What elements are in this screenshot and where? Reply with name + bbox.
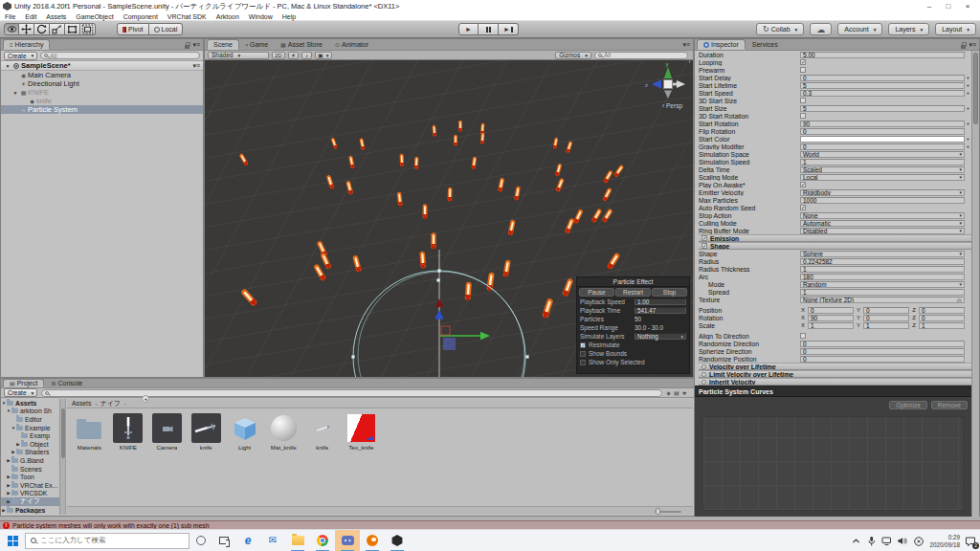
pause-button[interactable] [479, 23, 499, 35]
curve-selector-icon[interactable]: ▾ [965, 144, 971, 149]
red-cone-gizmo[interactable] [435, 298, 443, 307]
dropdown[interactable]: Rigidbody▾ [800, 189, 965, 196]
2d-toggle[interactable]: 2D [272, 52, 285, 59]
folder-object[interactable]: ▶Object [1, 440, 65, 449]
scrollbar-thumb[interactable] [61, 408, 65, 458]
tab-hierarchy[interactable]: ≡Hierarchy [3, 39, 50, 50]
remove-button[interactable]: Remove [931, 401, 968, 409]
audio-toggle[interactable]: ♪ [301, 52, 312, 59]
menu-window[interactable]: Window [244, 13, 278, 20]
module-header-velocity-over-lifetime[interactable]: Velocity over Lifetime [695, 363, 971, 370]
field-value[interactable]: 1.00 [635, 298, 686, 305]
hierarchy-item-directional-light[interactable]: ☀Directional Light [1, 79, 203, 88]
gizmos-dropdown[interactable]: Gizmos [555, 52, 591, 59]
lock-icon[interactable] [961, 45, 966, 49]
dropdown[interactable]: None▾ [800, 212, 965, 219]
dropdown[interactable]: Sphere▾ [800, 251, 965, 257]
folder-scenes[interactable]: Scenes [1, 465, 65, 474]
vector-field-z[interactable]: 0 [919, 315, 965, 321]
blender-taskbar-button[interactable] [360, 530, 385, 551]
search-by-label-icon[interactable]: ▤ [674, 389, 679, 396]
cloud-button[interactable]: ☁ [810, 23, 832, 35]
value-field[interactable]: 90 [800, 121, 965, 127]
panel-menu-icon[interactable]: ▾≡ [969, 41, 976, 49]
dropdown[interactable]: Local▾ [800, 174, 965, 181]
module-circle-icon[interactable] [702, 372, 706, 377]
value-field[interactable]: 1 [800, 289, 965, 296]
scene-viewport[interactable]: yz‹ Persp Particle Effect PauseRestartSt… [205, 60, 693, 377]
asset-mat-knife[interactable]: Mat_knife [264, 413, 303, 451]
folder-vrchat-ex[interactable]: ▶VRChat Ex... [1, 481, 65, 490]
checkbox[interactable]: ✓ [800, 205, 806, 210]
close-icon[interactable]: × [958, 0, 977, 12]
action-center-button[interactable]: 2 [965, 536, 976, 547]
value-field[interactable]: 1 [800, 266, 965, 273]
blue-cone-gizmo[interactable] [435, 310, 444, 320]
tab-console[interactable]: ≣Console [45, 379, 88, 387]
mail-taskbar-button[interactable]: ✉ [260, 530, 285, 551]
menu-edit[interactable]: Edit [20, 13, 41, 20]
search-by-type-icon[interactable]: ◈ [666, 389, 671, 396]
value-field[interactable]: 1000 [800, 197, 965, 204]
lighting-toggle[interactable]: ☀ [288, 52, 299, 59]
value-field[interactable]: 5.00 [800, 52, 965, 58]
asset-tex-knife[interactable]: Tex_knife [342, 413, 381, 451]
rotate-tool-button[interactable] [34, 23, 50, 35]
asset-knife[interactable]: knife [303, 413, 343, 451]
persp-label[interactable]: ‹ Persp [662, 102, 682, 110]
module-circle-icon[interactable] [702, 380, 706, 385]
collab-button[interactable]: ↻Collab [756, 23, 804, 35]
curve-selector-icon[interactable]: ▾ [965, 76, 971, 80]
pe-check-show-bounds[interactable]: Show Bounds [577, 349, 689, 358]
checkbox[interactable]: ✓ [800, 59, 806, 65]
taskbar-search-input[interactable]: ここに入力して検索 [25, 533, 189, 549]
minimize-icon[interactable]: – [920, 0, 939, 12]
hidden-icons-chevron-icon[interactable] [851, 536, 861, 546]
module-circle-icon[interactable] [702, 364, 706, 369]
pe-check-show-only-selected[interactable]: Show Only Selected [577, 358, 689, 366]
cortana-button[interactable] [189, 530, 212, 551]
dropdown[interactable]: Disabled▾ [800, 228, 965, 234]
folder-toon[interactable]: ▶Toon [1, 473, 65, 481]
breadcrumb-item-assets[interactable]: Assets [72, 400, 91, 407]
dropdown[interactable]: World▾ [800, 151, 965, 158]
vector-field-z[interactable]: 0 [919, 307, 965, 314]
create-button[interactable]: Create [4, 388, 37, 397]
tab-scene[interactable]: Scene [207, 39, 239, 50]
module-header-inherit-velocity[interactable]: Inherit Velocity [695, 378, 971, 386]
scene-menu-icon[interactable]: ▾≡ [192, 62, 200, 70]
hierarchy-item-particle-system[interactable]: ☼Particle System [1, 105, 203, 114]
breadcrumb-item-item[interactable]: ナイフ [100, 399, 121, 408]
value-field[interactable]: 180 [800, 274, 965, 280]
move-tool-button[interactable] [19, 23, 34, 35]
unity-taskbar-button[interactable] [385, 530, 410, 551]
folder-editor[interactable]: Editor [1, 415, 65, 424]
edge-taskbar-button[interactable]: e [235, 530, 260, 551]
vector-field-z[interactable]: 1 [919, 322, 965, 329]
scrollbar-thumb[interactable] [973, 53, 978, 124]
checkbox[interactable] [800, 67, 806, 73]
dropdown[interactable]: Scaled▾ [800, 166, 965, 173]
hierarchy-item-knife[interactable]: ◆knife [1, 97, 203, 105]
tab-animator[interactable]: ⊙Animator [329, 39, 374, 50]
tab-project[interactable]: ▤Project [3, 379, 44, 387]
axis-cube[interactable] [664, 80, 673, 89]
status-bar[interactable]: ! Particle system meshes will only work … [0, 520, 980, 529]
layers-button[interactable]: Layers [888, 23, 929, 35]
axis-x-cone[interactable] [677, 80, 685, 88]
folder-examp[interactable]: Examp [1, 431, 65, 440]
folder-packages[interactable]: ▶Packages [1, 506, 65, 515]
color-field[interactable] [800, 136, 965, 143]
vector-field-y[interactable]: 0 [863, 315, 909, 321]
expand-subassets-icon[interactable]: ◂ [142, 395, 149, 403]
checkbox[interactable] [580, 351, 586, 357]
value-field[interactable]: 1 [800, 159, 965, 165]
tab-inspector[interactable]: Inspector [697, 39, 746, 50]
module-header-emission[interactable]: ✓Emission [695, 234, 971, 242]
value-field[interactable]: 5 [800, 105, 965, 112]
module-checkbox[interactable]: ✓ [702, 243, 707, 249]
tab-services[interactable]: Services [746, 39, 784, 50]
dropdown[interactable]: Nothing▾ [635, 333, 686, 340]
play-button[interactable]: ► [458, 23, 479, 35]
checkbox[interactable]: ✓ [800, 182, 806, 187]
